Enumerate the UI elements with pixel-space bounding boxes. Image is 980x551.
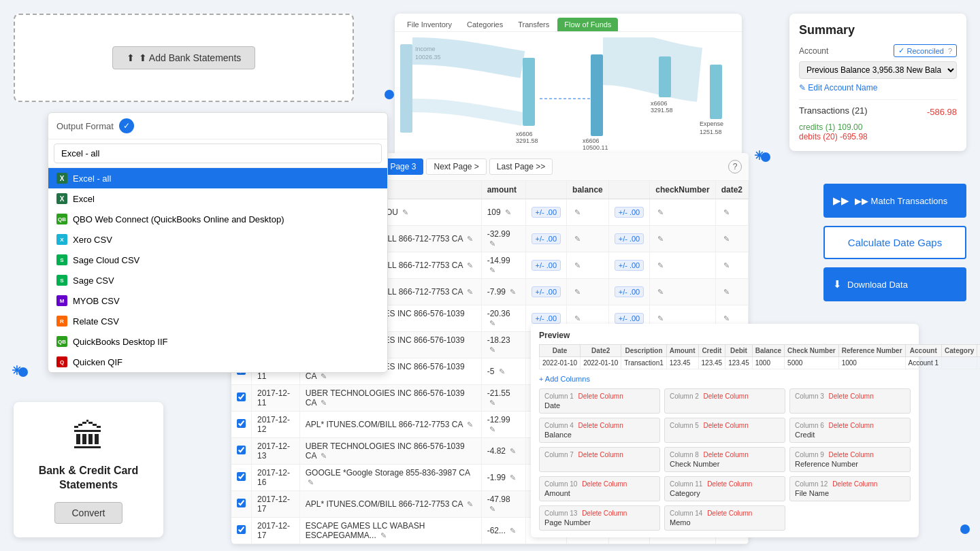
row-date2-edit-icon[interactable]: ✎ xyxy=(723,208,730,216)
convert-button[interactable]: Convert xyxy=(54,502,122,524)
balance-adj-btn[interactable]: +/- .00 xyxy=(615,233,644,244)
row-amount-edit-icon[interactable]: ✎ xyxy=(510,527,516,535)
preview-col-header: Date2 xyxy=(581,345,621,357)
row-checkbox[interactable] xyxy=(237,472,246,481)
row-amount-edit-icon[interactable]: ✎ xyxy=(489,266,495,274)
pagination-help-icon[interactable]: ? xyxy=(728,160,742,173)
row-date2-edit-icon[interactable]: ✎ xyxy=(723,288,730,296)
delete-column-link[interactable]: Delete Column xyxy=(704,451,749,458)
tab-file-inventory[interactable]: File Inventory xyxy=(400,18,459,31)
balance-adj-btn[interactable]: +/- .00 xyxy=(615,313,644,324)
row-checkbox[interactable] xyxy=(237,393,246,401)
row-name-edit-icon[interactable]: ✎ xyxy=(321,399,327,407)
row-amount-edit-icon[interactable]: ✎ xyxy=(510,473,516,482)
row-name-edit-icon[interactable]: ✎ xyxy=(467,420,473,429)
format-search-input[interactable] xyxy=(54,144,382,163)
row-amount-edit-icon[interactable]: ✎ xyxy=(489,505,495,513)
delete-column-link[interactable]: Delete Column xyxy=(582,480,627,488)
row-amount-edit-icon[interactable]: ✎ xyxy=(489,399,495,407)
check-circle-icon: ✓ xyxy=(119,118,134,133)
row-name-edit-icon[interactable]: ✎ xyxy=(467,261,473,269)
row-amount-edit-icon[interactable]: ✎ xyxy=(505,208,511,216)
format-option-quicken[interactable]: Q Quicken QIF xyxy=(48,352,387,372)
row-amount-edit-icon[interactable]: ✎ xyxy=(510,447,516,455)
amount-adj-btn[interactable]: +/- .00 xyxy=(532,286,561,297)
tab-flow-of-funds[interactable]: Flow of Funds xyxy=(557,18,618,31)
row-date2-edit-icon[interactable]: ✎ xyxy=(723,314,730,322)
format-option-qbo[interactable]: QB QBO Web Connect (QuickBooks Online an… xyxy=(48,209,387,229)
delete-column-link[interactable]: Delete Column xyxy=(704,422,749,429)
row-date2-edit-icon[interactable]: ✎ xyxy=(723,261,730,269)
format-option-xero[interactable]: X Xero CSV xyxy=(48,229,387,250)
row-balance-edit-icon[interactable]: ✎ xyxy=(574,208,581,216)
current-page-button[interactable]: Page 3 xyxy=(382,158,423,175)
match-transactions-button[interactable]: ▶▶ ▶▶ Match Transactions xyxy=(823,184,966,218)
delete-column-link[interactable]: Delete Column xyxy=(582,510,627,517)
row-checkbox[interactable] xyxy=(237,446,246,454)
row-name-edit-icon[interactable]: ✎ xyxy=(308,478,314,486)
row-checkbox[interactable] xyxy=(237,525,246,534)
row-balance-edit-icon[interactable]: ✎ xyxy=(574,261,581,269)
row-checkbox[interactable] xyxy=(237,499,246,507)
delete-column-link[interactable]: Delete Column xyxy=(578,422,623,429)
format-option-relate[interactable]: R Relate CSV xyxy=(48,311,387,331)
delete-column-link[interactable]: Delete Column xyxy=(829,451,874,458)
row-name-edit-icon[interactable]: ✎ xyxy=(467,500,473,508)
delete-column-link[interactable]: Delete Column xyxy=(707,510,752,517)
add-columns-link[interactable]: + Add Columns xyxy=(539,375,911,383)
row-name-edit-icon[interactable]: ✎ xyxy=(467,235,473,243)
row-amount-edit-icon[interactable]: ✎ xyxy=(489,319,495,327)
delete-column-link[interactable]: Delete Column xyxy=(707,480,752,488)
row-check-edit-icon[interactable]: ✎ xyxy=(657,208,664,216)
row-name-edit-icon[interactable]: ✎ xyxy=(321,372,327,380)
tab-categories[interactable]: Categories xyxy=(460,18,510,31)
row-name-edit-icon[interactable]: ✎ xyxy=(467,288,473,296)
row-amount-edit-icon[interactable]: ✎ xyxy=(489,239,495,248)
download-data-button[interactable]: ⬇ Download Data xyxy=(823,267,966,301)
delete-column-link[interactable]: Delete Column xyxy=(832,480,877,488)
format-option-sage-cloud[interactable]: S Sage Cloud CSV xyxy=(48,250,387,270)
delete-column-link[interactable]: Delete Column xyxy=(704,393,749,400)
balance-adj-btn[interactable]: +/- .00 xyxy=(615,260,644,271)
row-date2: ✎ xyxy=(715,226,748,252)
format-option-qbdesktop[interactable]: QB QuickBooks Desktop IIF xyxy=(48,331,387,352)
row-balance-edit-icon[interactable]: ✎ xyxy=(574,235,581,243)
balance-adj-btn[interactable]: +/- .00 xyxy=(615,207,644,218)
delete-column-link[interactable]: Delete Column xyxy=(829,422,874,429)
last-page-button[interactable]: Last Page >> xyxy=(489,158,553,175)
delete-column-link[interactable]: Delete Column xyxy=(578,451,623,458)
row-amount-edit-icon[interactable]: ✎ xyxy=(489,346,495,354)
amount-adj-btn[interactable]: +/- .00 xyxy=(532,233,561,244)
row-check-edit-icon[interactable]: ✎ xyxy=(657,235,664,243)
row-date2-edit-icon[interactable]: ✎ xyxy=(723,235,730,243)
row-name-edit-icon[interactable]: ✎ xyxy=(321,452,327,460)
amount-adj-btn[interactable]: +/- .00 xyxy=(532,313,561,324)
tab-transfers[interactable]: Transfers xyxy=(511,18,556,31)
format-option-excel-all[interactable]: X Excel - all xyxy=(48,168,387,188)
row-amount-edit-icon[interactable]: ✎ xyxy=(499,367,505,375)
amount-adj-btn[interactable]: +/- .00 xyxy=(532,207,561,218)
add-bank-statements-button[interactable]: ⬆ ⬆ Add Bank Statements xyxy=(112,46,256,69)
row-name-edit-icon[interactable]: ✎ xyxy=(380,531,387,539)
edit-account-link[interactable]: ✎ Edit Account Name xyxy=(799,83,957,93)
delete-column-link[interactable]: Delete Column xyxy=(829,393,874,400)
format-option-myob[interactable]: M MYOB CSV xyxy=(48,290,387,311)
amount-adj-btn[interactable]: +/- .00 xyxy=(532,260,561,271)
row-checkbox[interactable] xyxy=(237,419,246,428)
balance-select[interactable]: Previous Balance 3,956.38 New Balance To… xyxy=(799,61,957,79)
next-page-button[interactable]: Next Page > xyxy=(426,158,486,175)
row-check-edit-icon[interactable]: ✎ xyxy=(657,288,664,296)
row-name-edit-icon[interactable]: ✎ xyxy=(402,208,408,216)
row-balance-edit-icon[interactable]: ✎ xyxy=(574,314,581,322)
calculate-date-gaps-button[interactable]: Calculate Date Gaps xyxy=(823,226,966,259)
balance-adj-btn[interactable]: +/- .00 xyxy=(615,286,644,297)
format-option-sage[interactable]: S Sage CSV xyxy=(48,270,387,290)
delete-column-link[interactable]: Delete Column xyxy=(578,393,623,400)
row-balance-edit-icon[interactable]: ✎ xyxy=(574,288,581,296)
format-option-excel[interactable]: X Excel xyxy=(48,188,387,209)
row-amount-edit-icon[interactable]: ✎ xyxy=(489,425,495,433)
row-check-edit-icon[interactable]: ✎ xyxy=(657,314,664,322)
row-name: ESCAPE GAMES LLC WABASH ESCAPEGAMMA... ✎ xyxy=(299,518,481,544)
row-check-edit-icon[interactable]: ✎ xyxy=(657,261,664,269)
row-amount-edit-icon[interactable]: ✎ xyxy=(510,288,516,296)
